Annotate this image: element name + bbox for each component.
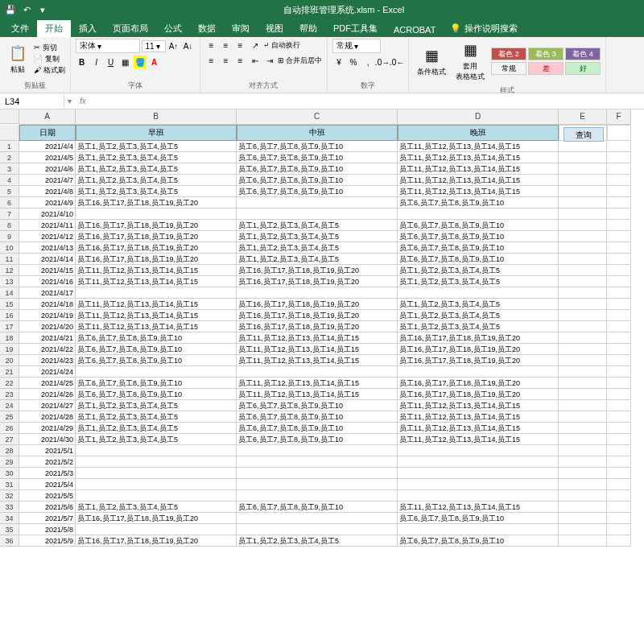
wrap-text-button[interactable]: ⤶ 自动换行 — [263, 40, 301, 51]
cell[interactable] — [559, 175, 607, 186]
cell[interactable] — [559, 502, 607, 513]
orientation-icon[interactable]: ↗ — [249, 39, 262, 52]
format-painter-button[interactable]: 🖌 格式刷 — [34, 65, 65, 76]
cell-night[interactable]: 员工6,员工7,员工8,员工9,员工10 — [398, 220, 559, 231]
increase-decimal-icon[interactable]: .0→ — [376, 56, 389, 68]
cell-morning[interactable]: 员工16,员工17,员工18,员工19,员工20 — [76, 231, 237, 242]
row-header[interactable]: 12 — [0, 265, 19, 276]
bold-button[interactable]: B — [76, 56, 89, 68]
align-middle-icon[interactable]: ≡ — [220, 39, 233, 52]
cell[interactable] — [607, 400, 631, 411]
merge-center-button[interactable]: ⊞ 合并后居中 — [278, 56, 323, 66]
cell[interactable] — [607, 366, 631, 378]
cell-date[interactable]: 2021/4/12 — [19, 231, 76, 242]
cell[interactable] — [559, 423, 607, 434]
cell-morning[interactable]: 员工1,员工2,员工3,员工4,员工5 — [76, 163, 237, 175]
row-header[interactable]: 3 — [0, 163, 19, 175]
cell-date[interactable]: 2021/4/27 — [19, 400, 76, 411]
cell-morning[interactable]: 员工6,员工7,员工8,员工9,员工10 — [76, 332, 237, 344]
tab-file[interactable]: 文件 — [3, 20, 37, 37]
cell-night[interactable] — [398, 490, 559, 502]
cell-morning[interactable]: 员工16,员工17,员工18,员工19,员工20 — [76, 197, 237, 208]
row-header[interactable]: 24 — [0, 400, 19, 411]
cell[interactable] — [607, 220, 631, 231]
header-night[interactable]: 晚班 — [398, 125, 559, 141]
cell[interactable] — [559, 186, 607, 197]
cell-night[interactable]: 员工6,员工7,员工8,员工9,员工10 — [398, 242, 559, 254]
cell-morning[interactable] — [76, 468, 237, 479]
cell-mid[interactable]: 员工1,员工2,员工3,员工4,员工5 — [237, 254, 398, 265]
cell-night[interactable]: 员工16,员工17,员工18,员工19,员工20 — [398, 378, 559, 389]
row-header[interactable]: 15 — [0, 299, 19, 310]
cell[interactable] — [559, 231, 607, 242]
cell-night[interactable]: 员工1,员工2,员工3,员工4,员工5 — [398, 265, 559, 276]
row-header[interactable]: 13 — [0, 276, 19, 287]
cell-mid[interactable]: 员工6,员工7,员工8,员工9,员工10 — [237, 502, 398, 513]
cell[interactable] — [559, 163, 607, 175]
cell[interactable] — [607, 265, 631, 276]
cell[interactable] — [559, 276, 607, 287]
cell-night[interactable]: 员工11,员工12,员工13,员工14,员工15 — [398, 186, 559, 197]
header-mid[interactable]: 中班 — [237, 125, 398, 141]
col-header-E[interactable]: E — [559, 109, 607, 125]
cell-mid[interactable] — [237, 468, 398, 479]
cell-date[interactable]: 2021/4/6 — [19, 163, 76, 175]
fx-icon[interactable]: fx — [75, 97, 91, 105]
cell[interactable] — [607, 276, 631, 287]
cell-date[interactable]: 2021/4/7 — [19, 175, 76, 186]
cell[interactable] — [559, 445, 607, 456]
row-header[interactable]: 19 — [0, 344, 19, 355]
cell-date[interactable]: 2021/5/6 — [19, 502, 76, 513]
cell-morning[interactable]: 员工16,员工17,员工18,员工19,员工20 — [76, 513, 237, 524]
cell-night[interactable]: 员工6,员工7,员工8,员工9,员工10 — [398, 535, 559, 547]
cell-date[interactable]: 2021/4/22 — [19, 344, 76, 355]
cell-mid[interactable]: 员工6,员工7,员工8,员工9,员工10 — [237, 152, 398, 163]
cell-morning[interactable] — [76, 524, 237, 535]
cell-mid[interactable]: 员工1,员工2,员工3,员工4,员工5 — [237, 220, 398, 231]
row-header[interactable]: 23 — [0, 389, 19, 400]
tab-pdf[interactable]: PDF工具集 — [325, 20, 386, 37]
cell[interactable] — [559, 287, 607, 299]
cell[interactable] — [559, 400, 607, 411]
cell[interactable] — [607, 378, 631, 389]
cell[interactable] — [559, 242, 607, 254]
cell-morning[interactable]: 员工11,员工12,员工13,员工14,员工15 — [76, 310, 237, 321]
cell[interactable] — [607, 502, 631, 513]
tab-formulas[interactable]: 公式 — [156, 20, 190, 37]
cell-morning[interactable]: 员工6,员工7,员工8,员工9,员工10 — [76, 355, 237, 366]
cell-night[interactable] — [398, 479, 559, 490]
align-left-icon[interactable]: ≡ — [205, 54, 218, 67]
decrease-font-icon[interactable]: A↓ — [182, 39, 195, 52]
name-box[interactable]: L34 — [0, 95, 64, 108]
header-morning[interactable]: 早班 — [76, 125, 237, 141]
row-header[interactable]: 14 — [0, 287, 19, 299]
copy-button[interactable]: 📄 复制 — [34, 54, 65, 64]
cell-night[interactable]: 员工16,员工17,员工18,员工19,员工20 — [398, 332, 559, 344]
cell[interactable] — [607, 321, 631, 332]
cell[interactable] — [607, 344, 631, 355]
row-header[interactable]: 32 — [0, 490, 19, 502]
cell-mid[interactable]: 员工6,员工7,员工8,员工9,员工10 — [237, 175, 398, 186]
cell[interactable] — [607, 197, 631, 208]
cell-mid[interactable]: 员工6,员工7,员工8,员工9,员工10 — [237, 423, 398, 434]
cell-date[interactable]: 2021/4/20 — [19, 321, 76, 332]
cell-night[interactable] — [398, 366, 559, 378]
cell-date[interactable]: 2021/4/11 — [19, 220, 76, 231]
style-accent2[interactable]: 着色 2 — [491, 47, 526, 60]
cell-mid[interactable] — [237, 287, 398, 299]
cell-night[interactable]: 员工11,员工12,员工13,员工14,员工15 — [398, 152, 559, 163]
cell[interactable] — [559, 513, 607, 524]
row-header[interactable]: 1 — [0, 141, 19, 152]
cell-night[interactable]: 员工6,员工7,员工8,员工9,员工10 — [398, 231, 559, 242]
cell-night[interactable]: 员工1,员工2,员工3,员工4,员工5 — [398, 299, 559, 310]
cell-mid[interactable]: 员工1,员工2,员工3,员工4,员工5 — [237, 242, 398, 254]
cell-mid[interactable]: 员工6,员工7,员工8,员工9,员工10 — [237, 141, 398, 152]
cell-morning[interactable]: 员工16,员工17,员工18,员工19,员工20 — [76, 220, 237, 231]
cell[interactable] — [559, 332, 607, 344]
cell-date[interactable]: 2021/5/2 — [19, 456, 76, 468]
cell-night[interactable]: 员工16,员工17,员工18,员工19,员工20 — [398, 344, 559, 355]
cell-night[interactable]: 员工11,员工12,员工13,员工14,员工15 — [398, 423, 559, 434]
cell-mid[interactable] — [237, 445, 398, 456]
cell[interactable] — [559, 479, 607, 490]
cell-mid[interactable]: 员工6,员工7,员工8,员工9,员工10 — [237, 186, 398, 197]
